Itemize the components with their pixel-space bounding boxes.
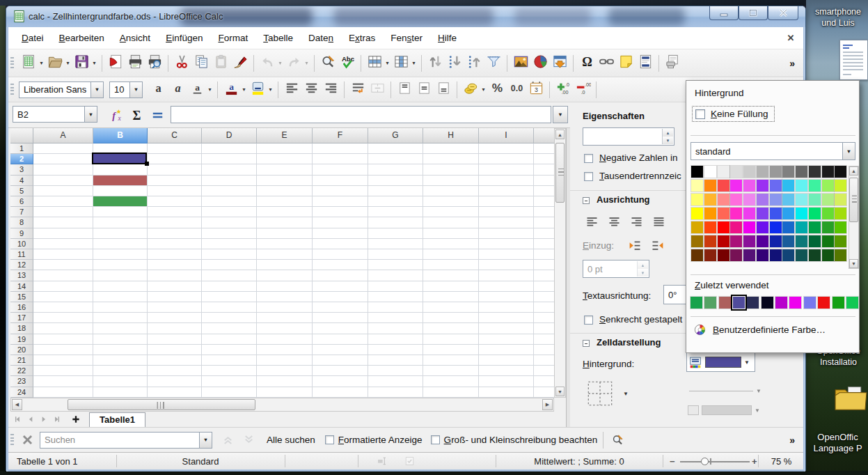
palette-color[interactable] [770, 194, 782, 205]
collapse-icon[interactable] [583, 340, 590, 347]
palette-color[interactable] [770, 180, 782, 192]
palette-color[interactable] [757, 180, 768, 192]
menu-datei[interactable]: Datei [14, 28, 52, 49]
palette-color[interactable] [743, 208, 755, 219]
palette-color[interactable] [730, 249, 742, 261]
horizontal-scrollbar[interactable]: ◀ ▶ [10, 398, 554, 412]
palette-color[interactable] [809, 221, 821, 233]
row-header-8[interactable]: 8 [10, 217, 33, 228]
chevron-down-icon[interactable]: ▾ [384, 60, 390, 66]
increase-indent-icon[interactable] [626, 237, 644, 254]
collapse-icon[interactable] [583, 197, 590, 204]
chevron-down-icon[interactable]: ▾ [267, 86, 274, 93]
column-header-E[interactable]: E [257, 128, 313, 143]
palette-scrollbar[interactable]: ▲ ▼ [849, 166, 859, 269]
palette-color[interactable] [822, 180, 834, 192]
previous-sheet-icon[interactable] [24, 413, 37, 426]
palette-scrollbar-thumb[interactable] [849, 178, 858, 222]
grid-cells-area[interactable] [33, 143, 566, 398]
palette-color[interactable] [770, 235, 782, 247]
print-preview-button[interactable] [145, 54, 164, 73]
menu-tabelle[interactable]: Tabelle [255, 28, 301, 49]
palette-color[interactable] [796, 221, 807, 233]
sheet-info[interactable]: Tabelle 1 von 1 [17, 453, 77, 469]
vertical-scrollbar[interactable]: ▲ ▼ [554, 128, 566, 398]
palette-color[interactable] [822, 194, 834, 205]
indent-value-spinbox[interactable]: 0 pt ▲▼ [583, 260, 649, 278]
palette-select[interactable]: standard▼ [691, 142, 855, 160]
palette-color[interactable] [809, 166, 821, 178]
match-case-label[interactable]: Groß- und Kleinschreibung beachten [444, 435, 598, 445]
row-header-9[interactable]: 9 [10, 228, 33, 239]
palette-color[interactable] [704, 180, 716, 192]
palette-color[interactable] [691, 166, 703, 178]
palette-color[interactable] [782, 180, 794, 192]
recent-color[interactable] [719, 297, 731, 309]
palette-color[interactable] [691, 221, 703, 233]
row-header-3[interactable]: 3 [10, 164, 33, 175]
desktop-icon-label-language-pack[interactable]: OpenOffic Language P [807, 432, 868, 454]
scroll-up-icon[interactable]: ▲ [849, 166, 858, 176]
vertically-stacked-checkbox[interactable] [584, 316, 593, 325]
palette-color[interactable] [835, 166, 846, 178]
zoom-slider-thumb[interactable] [701, 458, 709, 465]
border-line-color-dropdown[interactable]: ▼ [686, 402, 762, 419]
row-header-14[interactable]: 14 [10, 281, 33, 292]
chevron-down-icon[interactable]: ▼ [129, 82, 142, 98]
palette-color[interactable] [730, 166, 742, 178]
last-sheet-icon[interactable] [50, 413, 63, 426]
palette-color[interactable] [704, 235, 716, 247]
recent-color[interactable] [846, 297, 858, 309]
chevron-down-icon[interactable]: ▾ [241, 86, 247, 93]
palette-color[interactable] [704, 166, 716, 178]
chevron-down-icon[interactable]: ▼ [90, 82, 103, 98]
palette-color[interactable] [822, 166, 834, 178]
palette-color[interactable] [796, 180, 807, 192]
palette-color[interactable] [835, 249, 846, 261]
row-header-5[interactable]: 5 [10, 186, 33, 196]
insert-mode-icon[interactable] [376, 453, 388, 469]
row-header-10[interactable]: 10 [10, 239, 33, 249]
row-header-23[interactable]: 23 [10, 376, 33, 387]
palette-color[interactable] [743, 180, 755, 192]
scroll-down-icon[interactable]: ▼ [849, 259, 858, 268]
page-style[interactable]: Standard [116, 453, 285, 469]
palette-color[interactable] [718, 166, 729, 178]
column-header-F[interactable]: F [313, 128, 368, 143]
palette-color[interactable] [757, 166, 768, 178]
palette-color[interactable] [730, 194, 742, 205]
clone-formatting-button[interactable] [230, 54, 250, 73]
no-fill-button[interactable]: Keine Füllung [692, 106, 775, 122]
row-header-17[interactable]: 17 [10, 313, 33, 323]
zoom-in-icon[interactable]: + [752, 453, 757, 469]
palette-color[interactable] [743, 166, 755, 178]
menu-format[interactable]: Format [210, 28, 255, 49]
zoom-slider-track[interactable] [680, 461, 750, 462]
row-header-7[interactable]: 7 [10, 207, 33, 217]
align-middle-button[interactable] [414, 80, 434, 100]
formula-bar-expand-icon[interactable]: ▼ [553, 106, 568, 123]
row-header-20[interactable]: 20 [10, 345, 33, 355]
spinner-buttons[interactable]: ▲▼ [662, 129, 673, 144]
palette-color[interactable] [770, 208, 782, 219]
row-header-19[interactable]: 19 [10, 334, 33, 345]
export-pdf-button[interactable] [106, 54, 125, 73]
row-header-24[interactable]: 24 [10, 387, 33, 398]
sum-button[interactable]: Σ [127, 105, 146, 125]
background-color-button[interactable]: ▼ [686, 352, 755, 372]
recent-color[interactable] [747, 297, 759, 309]
new-document-button[interactable] [19, 54, 38, 73]
toolbar-overflow-icon[interactable]: » [789, 58, 795, 69]
recent-color[interactable] [804, 297, 816, 309]
row-header-2[interactable]: 2 [10, 154, 33, 164]
palette-color[interactable] [822, 249, 834, 261]
align-bottom-button[interactable] [434, 80, 453, 100]
font-name-combo[interactable]: Liberation Sans▼ [19, 81, 104, 98]
recent-color[interactable] [775, 297, 787, 309]
italic-button[interactable]: a [168, 80, 187, 100]
align-right-button[interactable] [321, 80, 340, 100]
match-case-checkbox[interactable] [431, 435, 440, 444]
palette-color[interactable] [782, 235, 794, 247]
save-button[interactable] [72, 54, 91, 73]
palette-color[interactable] [822, 208, 834, 219]
